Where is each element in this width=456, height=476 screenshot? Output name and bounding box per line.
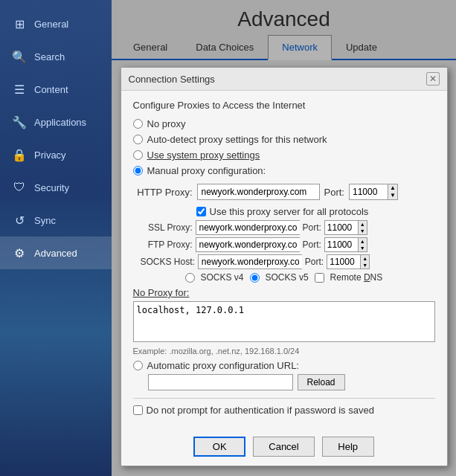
system-proxy-label[interactable]: Use system proxy settings — [147, 149, 260, 161]
http-port-up[interactable]: ▲ — [388, 184, 397, 192]
ssl-port-buttons: ▲ ▼ — [358, 220, 367, 235]
advanced-icon: ⚙ — [12, 245, 27, 260]
no-proxy-label[interactable]: No proxy — [147, 118, 186, 129]
socks-port-up[interactable]: ▲ — [361, 255, 369, 262]
sidebar-label-search: Search — [34, 51, 65, 62]
ssl-port-up[interactable]: ▲ — [359, 221, 367, 228]
use-proxy-all-row: Use this proxy server for all protocols — [133, 206, 435, 217]
auto-proxy-radio-row: Automatic proxy configuration URL: — [133, 360, 435, 371]
ftp-proxy-label: FTP Proxy: — [141, 239, 193, 250]
http-port-label: Port: — [324, 187, 344, 198]
cancel-button[interactable]: Cancel — [253, 437, 314, 457]
sidebar-item-content[interactable]: ☰ Content — [0, 73, 112, 106]
manual-proxy-label[interactable]: Manual proxy configuration: — [147, 165, 266, 176]
socks-port-label: Port: — [305, 257, 324, 267]
dialog-title: Connection Settings — [129, 74, 215, 85]
auto-detect-label[interactable]: Auto-detect proxy settings for this netw… — [147, 134, 327, 145]
ssl-port-down[interactable]: ▼ — [359, 228, 367, 234]
no-proxy-textarea[interactable]: localhost, 127.0.0.1 — [133, 301, 435, 342]
socks-v5-label[interactable]: SOCKS v5 — [266, 272, 309, 283]
http-port-spinbox-buttons: ▲ ▼ — [388, 184, 398, 200]
auto-proxy-radio[interactable] — [133, 361, 143, 370]
dialog-overlay: Connection Settings ✕ Configure Proxies … — [112, 0, 456, 476]
sidebar: ⊞ General 🔍 Search ☰ Content 🔧 Applicati… — [0, 0, 112, 476]
privacy-icon: 🔒 — [12, 147, 27, 162]
sidebar-item-privacy[interactable]: 🔒 Privacy — [0, 138, 112, 171]
do-not-prompt-label[interactable]: Do not prompt for authentication if pass… — [147, 405, 374, 416]
socks-version-row: SOCKS v4 SOCKS v5 Remote DNS — [185, 272, 435, 283]
http-proxy-label: HTTP Proxy: — [133, 187, 193, 198]
sidebar-label-general: General — [34, 19, 68, 30]
auto-proxy-url-input[interactable] — [148, 374, 293, 390]
http-port-down[interactable]: ▼ — [388, 192, 397, 199]
dialog-close-button[interactable]: ✕ — [426, 72, 440, 86]
socks-port-input[interactable] — [327, 254, 360, 269]
radio-no-proxy: No proxy — [133, 118, 435, 129]
dialog-buttons: OK Cancel Help — [121, 431, 447, 466]
ssl-port-input[interactable] — [324, 220, 358, 235]
auto-proxy-url-row: Reload — [133, 374, 435, 390]
ssl-proxy-row: SSL Proxy: Port: ▲ ▼ — [141, 220, 435, 235]
sidebar-label-privacy: Privacy — [34, 149, 66, 161]
socks-host-row: SOCKS Host: Port: ▲ ▼ — [141, 254, 435, 269]
sidebar-item-security[interactable]: 🛡 Security — [0, 171, 112, 204]
auto-detect-radio[interactable] — [133, 135, 143, 144]
socks-v4-radio[interactable] — [185, 273, 195, 283]
sidebar-item-applications[interactable]: 🔧 Applications — [0, 106, 112, 138]
ssl-proxy-input[interactable] — [196, 220, 300, 235]
socks-v4-label[interactable]: SOCKS v4 — [201, 272, 244, 283]
security-icon: 🛡 — [12, 180, 27, 195]
manual-proxy-radio[interactable] — [133, 166, 143, 176]
system-proxy-radio[interactable] — [133, 150, 143, 160]
radio-manual: Manual proxy configuration: — [133, 165, 435, 176]
no-proxy-radio[interactable] — [133, 119, 143, 129]
applications-icon: 🔧 — [12, 115, 27, 129]
reload-button[interactable]: Reload — [298, 374, 345, 390]
ftp-port-buttons: ▲ ▼ — [358, 237, 367, 252]
radio-auto-detect: Auto-detect proxy settings for this netw… — [133, 134, 435, 145]
ftp-port-up[interactable]: ▲ — [359, 238, 367, 245]
sidebar-label-advanced: Advanced — [34, 248, 77, 259]
radio-system-proxy: Use system proxy settings — [133, 149, 435, 161]
socks-port-buttons: ▲ ▼ — [360, 254, 370, 269]
ftp-port-input[interactable] — [324, 237, 358, 252]
ssl-port-spinbox: ▲ ▼ — [324, 220, 367, 235]
connection-settings-dialog: Connection Settings ✕ Configure Proxies … — [121, 67, 448, 466]
remote-dns-checkbox[interactable] — [315, 273, 324, 283]
no-proxy-section: No Proxy for: localhost, 127.0.0.1 Examp… — [133, 287, 435, 356]
use-proxy-all-label[interactable]: Use this proxy server for all protocols — [210, 206, 369, 217]
example-text: Example: .mozilla.org, .net.nz, 192.168.… — [133, 347, 435, 356]
sidebar-item-advanced[interactable]: ⚙ Advanced — [0, 237, 112, 269]
http-proxy-input[interactable] — [197, 184, 320, 200]
use-proxy-all-checkbox[interactable] — [196, 207, 206, 216]
socks-v5-radio[interactable] — [250, 273, 260, 283]
sidebar-item-general[interactable]: ⊞ General — [0, 7, 112, 40]
sync-icon: ↺ — [12, 213, 27, 228]
socks-host-input[interactable] — [198, 254, 302, 269]
ssl-port-label: Port: — [303, 222, 321, 233]
socks-port-down[interactable]: ▼ — [361, 262, 369, 268]
dialog-titlebar: Connection Settings ✕ — [121, 68, 447, 91]
do-not-prompt-row: Do not prompt for authentication if pass… — [133, 398, 435, 416]
remote-dns-label: Remote DNS — [330, 272, 383, 283]
http-port-input[interactable] — [349, 184, 388, 200]
do-not-prompt-checkbox[interactable] — [133, 405, 143, 415]
main-content: Advanced General Data Choices Network Up… — [112, 0, 456, 476]
ftp-port-spinbox: ▲ ▼ — [324, 237, 367, 252]
sidebar-label-applications: Applications — [34, 117, 86, 128]
sidebar-item-sync[interactable]: ↺ Sync — [0, 204, 112, 237]
ftp-port-down[interactable]: ▼ — [359, 245, 367, 251]
http-proxy-row: HTTP Proxy: Port: ▲ ▼ — [133, 184, 435, 200]
content-icon: ☰ — [12, 82, 27, 97]
no-proxy-for-label: No Proxy for: — [133, 287, 435, 298]
socks-host-label: SOCKS Host: — [141, 257, 195, 267]
ok-button[interactable]: OK — [193, 437, 245, 457]
ftp-proxy-input[interactable] — [196, 237, 300, 252]
ftp-port-label: Port: — [303, 239, 321, 250]
socks-port-spinbox: ▲ ▼ — [327, 254, 370, 269]
help-button[interactable]: Help — [322, 437, 374, 457]
sidebar-item-search[interactable]: 🔍 Search — [0, 40, 112, 73]
sidebar-label-content: Content — [34, 84, 68, 95]
auto-proxy-label[interactable]: Automatic proxy configuration URL: — [147, 360, 299, 371]
sidebar-label-sync: Sync — [34, 215, 56, 226]
